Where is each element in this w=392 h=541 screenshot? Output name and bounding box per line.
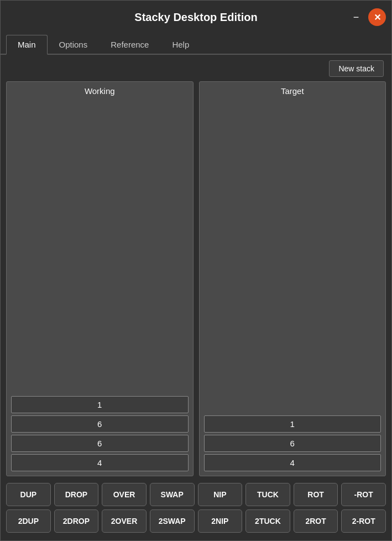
target-stack-label: Target bbox=[204, 86, 381, 96]
tab-bar: Main Options Reference Help bbox=[1, 34, 391, 55]
working-stack-empty bbox=[11, 99, 189, 396]
2dup-button[interactable]: 2DUP bbox=[6, 509, 51, 533]
stacks-row: Working 1 6 6 4 Target 1 6 4 bbox=[6, 81, 386, 476]
working-item-2: 6 bbox=[11, 435, 189, 452]
negrot-button[interactable]: -ROT bbox=[341, 483, 386, 506]
target-item-0: 1 bbox=[204, 415, 381, 433]
minimize-button[interactable]: − bbox=[348, 9, 364, 25]
2drop-button[interactable]: 2DROP bbox=[54, 509, 99, 533]
app-title: Stacky Desktop Edition bbox=[134, 11, 257, 24]
ops-row-2: 2DUP 2DROP 2OVER 2SWAP 2NIP 2TUCK 2ROT 2… bbox=[6, 509, 386, 533]
dup-button[interactable]: DUP bbox=[6, 483, 51, 506]
working-item-0: 1 bbox=[11, 396, 189, 413]
tab-main[interactable]: Main bbox=[6, 35, 48, 55]
working-stack-items: 1 6 6 4 bbox=[11, 396, 189, 471]
target-stack-panel: Target 1 6 4 bbox=[199, 81, 386, 476]
rot-button[interactable]: ROT bbox=[294, 483, 338, 506]
2nip-button[interactable]: 2NIP bbox=[198, 509, 243, 533]
working-item-1: 6 bbox=[11, 415, 189, 433]
2over-button[interactable]: 2OVER bbox=[102, 509, 147, 533]
tab-help[interactable]: Help bbox=[160, 35, 201, 55]
working-item-3: 4 bbox=[11, 454, 189, 471]
window-controls: − ✕ bbox=[348, 8, 386, 26]
toolbar-row: New stack bbox=[6, 60, 386, 77]
drop-button[interactable]: DROP bbox=[54, 483, 99, 506]
swap-button[interactable]: SWAP bbox=[150, 483, 195, 506]
target-stack-items: 1 6 4 bbox=[204, 415, 381, 471]
nip-button[interactable]: NIP bbox=[198, 483, 243, 506]
target-item-1: 6 bbox=[204, 435, 381, 452]
tab-reference[interactable]: Reference bbox=[99, 35, 160, 55]
ops-row-1: DUP DROP OVER SWAP NIP TUCK ROT -ROT bbox=[6, 483, 386, 506]
app-window: Stacky Desktop Edition − ✕ Main Options … bbox=[0, 0, 392, 541]
ops-section: DUP DROP OVER SWAP NIP TUCK ROT -ROT 2DU… bbox=[6, 481, 386, 535]
over-button[interactable]: OVER bbox=[102, 483, 147, 506]
2negrot-button[interactable]: 2-ROT bbox=[341, 509, 386, 533]
target-item-2: 4 bbox=[204, 454, 381, 471]
working-stack-panel: Working 1 6 6 4 bbox=[6, 81, 194, 476]
2rot-button[interactable]: 2ROT bbox=[294, 509, 338, 533]
2swap-button[interactable]: 2SWAP bbox=[150, 509, 195, 533]
close-button[interactable]: ✕ bbox=[368, 8, 386, 26]
tuck-button[interactable]: TUCK bbox=[245, 483, 290, 506]
working-stack-label: Working bbox=[11, 86, 189, 96]
new-stack-button[interactable]: New stack bbox=[329, 60, 384, 77]
target-stack-empty bbox=[204, 99, 381, 415]
tab-options[interactable]: Options bbox=[48, 35, 100, 55]
title-bar: Stacky Desktop Edition − ✕ bbox=[1, 1, 391, 34]
2tuck-button[interactable]: 2TUCK bbox=[245, 509, 290, 533]
main-content: New stack Working 1 6 6 4 Target 1 bbox=[1, 55, 391, 540]
